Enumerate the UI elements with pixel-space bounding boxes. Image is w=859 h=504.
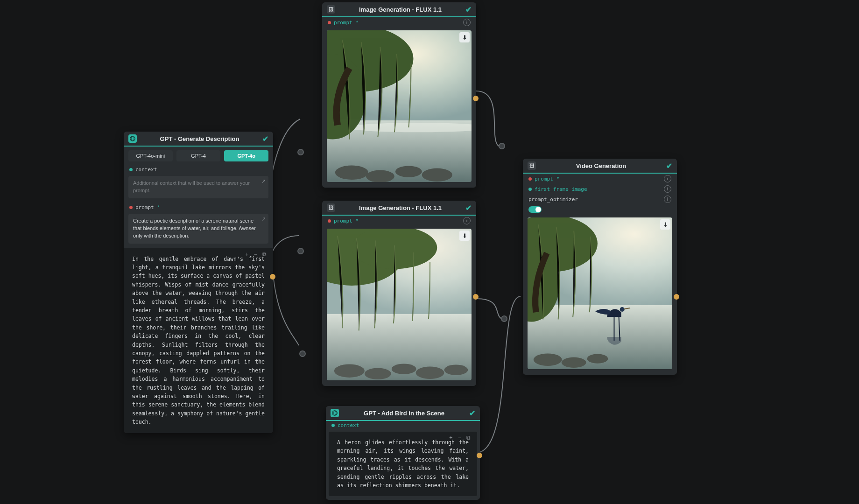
download-icon[interactable]: ⬇ [660,219,670,230]
tab-gpt4[interactable]: GPT-4 [176,150,221,161]
node-title: GPT - Generate Description [141,135,259,142]
status-check-icon: ✔ [465,5,472,14]
param-first-frame: first_frame_image i [523,184,677,194]
svg-point-19 [334,364,365,377]
node-output: + − ⧉ A heron glides effortlessly throug… [329,432,477,496]
port-dot-icon[interactable] [129,206,133,209]
svg-point-24 [332,411,338,416]
expand-icon[interactable]: ↗ [261,178,266,185]
port-dot-icon[interactable] [331,424,335,427]
node-gpt-add-bird[interactable]: GPT - Add Bird in the Scene ✔ context + … [326,406,480,500]
expand-icon[interactable]: ↗ [261,216,266,223]
required-star-icon: * [356,218,358,224]
svg-point-0 [298,149,303,155]
output-port[interactable] [477,453,482,458]
output-port[interactable] [473,96,479,101]
port-dot-icon[interactable] [528,188,532,191]
image-preview[interactable]: ⬇ [327,229,472,380]
openai-icon [128,134,137,143]
param-prompt: prompt * i [322,17,476,28]
param-prompt: prompt * i [523,174,677,184]
port-dot-icon[interactable] [328,219,331,223]
param-prompt-optimizer: prompt_optimizer i [523,194,677,204]
required-star-icon: * [158,204,160,210]
status-check-icon: ✔ [262,134,268,143]
svg-point-11 [335,165,368,179]
svg-point-33 [562,357,586,368]
image-icon: 🖼 [327,203,335,212]
svg-point-12 [366,170,394,182]
svg-point-29 [620,307,625,312]
output-port[interactable] [674,294,679,300]
workflow-canvas[interactable]: GPT - Generate Description ✔ GPT-4o-mini… [0,0,859,504]
svg-point-1 [298,248,303,254]
port-dot-icon[interactable] [129,168,133,171]
svg-point-4 [501,316,507,322]
svg-point-13 [395,166,422,177]
node-title: Image Generation - FLUX 1.1 [339,6,462,13]
info-icon[interactable]: i [664,185,671,193]
required-star-icon: * [557,176,559,182]
node-output: + − ⧉ In the gentle embrace of dawn's fi… [124,248,273,433]
output-tools[interactable]: + − ⧉ [449,434,472,441]
param-prompt: prompt * i [322,216,476,226]
svg-point-20 [365,368,391,379]
download-icon[interactable]: ⬇ [459,32,470,42]
video-preview[interactable]: ⬇ [528,217,672,369]
node-header[interactable]: GPT - Generate Description ✔ [124,132,273,147]
node-image-generation-flux-1[interactable]: 🖼 Image Generation - FLUX 1.1 ✔ prompt *… [322,2,476,188]
svg-point-23 [444,364,468,375]
svg-point-34 [587,354,608,364]
tab-gpt4o[interactable]: GPT-4o [224,150,268,161]
port-dot-icon[interactable] [528,177,532,181]
svg-point-21 [392,364,416,374]
output-text: A heron glides effortlessly through the … [337,438,469,490]
node-title: Video Generation [540,162,662,169]
required-star-icon: * [356,20,358,25]
output-port[interactable] [473,294,479,300]
info-icon[interactable]: i [664,175,671,182]
svg-point-14 [422,168,452,182]
output-tools[interactable]: + − ⧉ [245,251,268,258]
status-check-icon: ✔ [469,409,475,418]
info-icon[interactable]: i [463,217,471,224]
svg-point-22 [416,367,444,379]
context-input[interactable]: Additionnal context that will be used to… [128,176,268,198]
node-image-generation-flux-2[interactable]: 🖼 Image Generation - FLUX 1.1 ✔ prompt *… [322,201,476,386]
tab-gpt4o-mini[interactable]: GPT-4o-mini [128,150,173,161]
image-preview[interactable]: ⬇ [327,30,472,182]
output-port[interactable] [270,274,275,280]
port-dot-icon[interactable] [328,21,331,24]
info-icon[interactable]: i [664,196,671,203]
info-icon[interactable]: i [463,19,471,26]
output-text: In the gentle embrace of dawn's first li… [132,255,265,427]
svg-point-5 [130,136,135,141]
svg-point-3 [499,143,505,149]
param-context: context [124,165,273,174]
prompt-input[interactable]: Create a poetic description of a serene … [128,214,268,244]
image-icon: 🖼 [327,5,335,14]
status-check-icon: ✔ [666,161,672,170]
node-title: Image Generation - FLUX 1.1 [339,204,462,211]
svg-point-32 [534,353,562,365]
param-prompt: prompt * [124,203,273,212]
node-title: GPT - Add Bird in the Scene [343,410,465,417]
status-check-icon: ✔ [465,203,472,212]
model-tabs: GPT-4o-mini GPT-4 GPT-4o [124,147,273,165]
node-video-generation[interactable]: 🖼 Video Generation ✔ prompt * i first_fr… [523,159,677,375]
openai-icon [331,409,339,417]
node-gpt-generate-description[interactable]: GPT - Generate Description ✔ GPT-4o-mini… [124,132,273,433]
prompt-optimizer-toggle[interactable] [528,206,542,213]
download-icon[interactable]: ⬇ [459,231,470,241]
image-icon: 🖼 [528,161,536,170]
svg-point-2 [300,351,305,357]
param-context: context [326,421,480,430]
